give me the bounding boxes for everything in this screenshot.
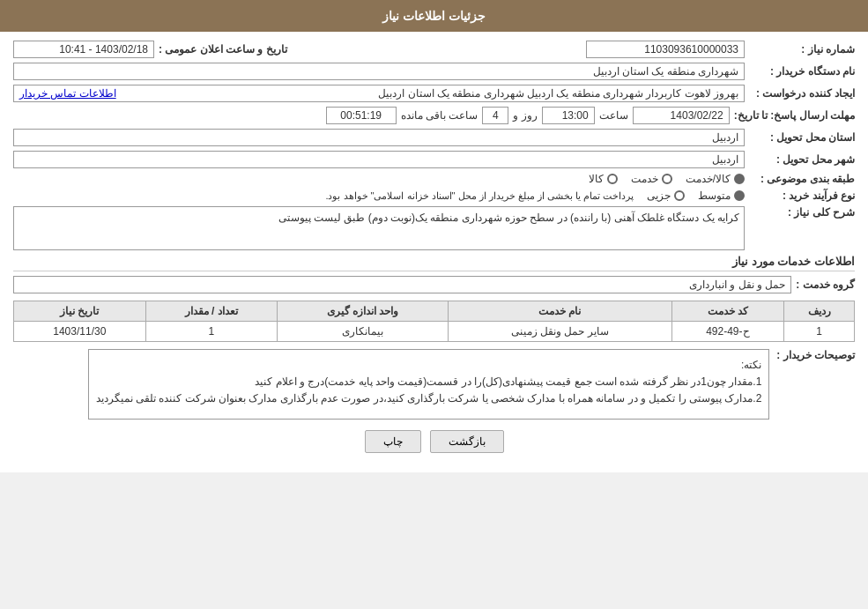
shahr-label: شهر محل تحویل : <box>749 153 855 166</box>
mohlat-time: 13:00 <box>542 107 595 124</box>
services-table-section: ردیف کد خدمت نام خدمت واحد اندازه گیری ت… <box>13 301 855 342</box>
mohlat-label: مهلت ارسال پاسخ: تا تاریخ: <box>734 109 855 122</box>
rooz-value: 4 <box>482 107 508 124</box>
farayand-label: نوع فرآیند خرید : <box>749 189 855 202</box>
mohlat-date: 1403/02/22 <box>633 107 730 124</box>
page-header: جزئیات اطلاعات نیاز <box>0 0 868 32</box>
radio-jozii-circle <box>674 190 685 201</box>
row-mohlat: مهلت ارسال پاسخ: تا تاریخ: 1403/02/22 سا… <box>13 107 855 124</box>
col-kod: کد خدمت <box>671 301 784 322</box>
col-tedad: تعداد / مقدار <box>145 301 277 322</box>
table-row: 1ح-49-492سایر حمل ونقل زمینیبیمانکاری114… <box>14 322 855 342</box>
name-dastgah-label: نام دستگاه خریدار : <box>749 65 855 78</box>
table-cell-tarikh: 1403/11/30 <box>14 322 146 342</box>
row-shahr: شهر محل تحویل : اردبیل <box>13 151 855 168</box>
saaat-baqi-label: ساعت باقی مانده <box>401 109 479 122</box>
content-area: شماره نیاز : 1103093610000033 تاریخ و سا… <box>0 32 868 472</box>
khadamat-section-title: اطلاعات خدمات مورد نیاز <box>13 255 855 271</box>
row-name-dastgah: نام دستگاه خریدار : شهرداری منطقه یک است… <box>13 63 855 80</box>
row-sharh: شرح کلی نیاز : کرایه یک دستگاه غلطک آهنی… <box>13 206 855 250</box>
tabe-radio-group: کالا/خدمت خدمت کالا <box>589 173 745 185</box>
row-ijad: ایجاد کننده درخواست : بهروز لاهوت کاربرد… <box>13 85 855 102</box>
table-cell-radif: 1 <box>784 322 855 342</box>
time-label: ساعت <box>599 109 628 122</box>
tarikh-value: 1403/02/18 - 10:41 <box>13 41 154 58</box>
notes-label: توصیحات خریدار : <box>776 349 855 361</box>
row-shomara: شماره نیاز : 1103093610000033 تاریخ و سا… <box>13 41 855 58</box>
col-radif: ردیف <box>784 301 855 322</box>
radio-kala-khadamat-label: کالا/خدمت <box>686 173 731 185</box>
row-farayand: نوع فرآیند خرید : متوسط جزیی پرداخت تمام… <box>13 189 855 202</box>
ijad-value-container: بهروز لاهوت کاربردار شهرداری منطقه یک ار… <box>13 85 745 102</box>
sharh-value: کرایه یک دستگاه غلطک آهنی (با راننده) در… <box>13 206 745 250</box>
sharh-label: شرح کلی نیاز : <box>749 206 855 219</box>
radio-mottavaset-circle <box>734 190 745 201</box>
row-ostan: استان محل تحویل : اردبیل <box>13 129 855 146</box>
ijad-link[interactable]: اطلاعات تماس خریدار <box>19 87 116 100</box>
radio-khadamat[interactable]: خدمت <box>631 173 672 185</box>
services-table: ردیف کد خدمت نام خدمت واحد اندازه گیری ت… <box>13 301 855 342</box>
radio-mottavaset[interactable]: متوسط <box>698 189 745 202</box>
name-dastgah-value: شهرداری منطقه یک استان اردبیل <box>13 63 745 80</box>
table-cell-name_khadamat: سایر حمل ونقل زمینی <box>448 322 671 342</box>
radio-kala-khadamat-circle <box>734 174 745 184</box>
notes-value: نکته: 1.مقدار چون1در نظر گرفته شده است ج… <box>88 349 770 420</box>
radio-kala[interactable]: کالا <box>589 173 618 185</box>
radio-jozii[interactable]: جزیی <box>647 189 685 202</box>
col-name: نام خدمت <box>448 301 671 322</box>
tabe-label: طبقه بندی موضوعی : <box>749 173 855 185</box>
notes-row: توصیحات خریدار : نکته: 1.مقدار چون1در نظ… <box>13 349 855 420</box>
page-wrapper: جزئیات اطلاعات نیاز شماره نیاز : 1103093… <box>0 0 868 472</box>
shahr-value: اردبیل <box>13 151 745 168</box>
radio-kala-khadamat[interactable]: کالا/خدمت <box>686 173 745 185</box>
grooh-value: حمل و نقل و انبارداری <box>13 276 791 293</box>
radio-mottavaset-label: متوسط <box>698 189 731 202</box>
ostan-label: استان محل تحویل : <box>749 131 855 144</box>
page-title: جزئیات اطلاعات نیاز <box>382 9 486 23</box>
table-cell-kod_khadamat: ح-49-492 <box>671 322 784 342</box>
table-cell-vahed: بیمانکاری <box>277 322 448 342</box>
col-tarikh: تاریخ نیاز <box>14 301 146 322</box>
row-tabe: طبقه بندی موضوعی : کالا/خدمت خدمت کالا <box>13 173 855 185</box>
shomara-value: 1103093610000033 <box>586 41 745 58</box>
tarikh-label: تاریخ و ساعت اعلان عمومی : <box>159 43 287 56</box>
col-vahed: واحد اندازه گیری <box>277 301 448 322</box>
shomara-label: شماره نیاز : <box>749 43 855 56</box>
grooh-label: گروه خدمت : <box>796 279 855 291</box>
print-button[interactable]: چاپ <box>365 430 421 453</box>
ijad-label: ایجاد کننده درخواست : <box>749 87 855 100</box>
radio-khadamat-circle <box>662 174 672 184</box>
back-button[interactable]: بازگشت <box>430 430 504 453</box>
ijad-text: بهروز لاهوت کاربردار شهرداری منطقه یک ار… <box>378 87 738 100</box>
radio-khadamat-label: خدمت <box>631 173 658 185</box>
radio-jozii-label: جزیی <box>647 189 671 202</box>
saaat-baqi-value: 00:51:19 <box>326 107 397 124</box>
button-row: بازگشت چاپ <box>13 430 855 453</box>
ostan-value: اردبیل <box>13 129 745 146</box>
table-cell-tedad: 1 <box>145 322 277 342</box>
radio-kala-circle <box>607 174 618 184</box>
farayand-radio-group: متوسط جزیی <box>647 189 745 202</box>
farayand-note: پرداخت تمام یا بخشی از مبلغ خریدار از مح… <box>325 190 634 202</box>
rooz-label: روز و <box>513 109 537 122</box>
grooh-row: گروه خدمت : حمل و نقل و انبارداری <box>13 276 855 293</box>
radio-kala-label: کالا <box>589 173 604 185</box>
